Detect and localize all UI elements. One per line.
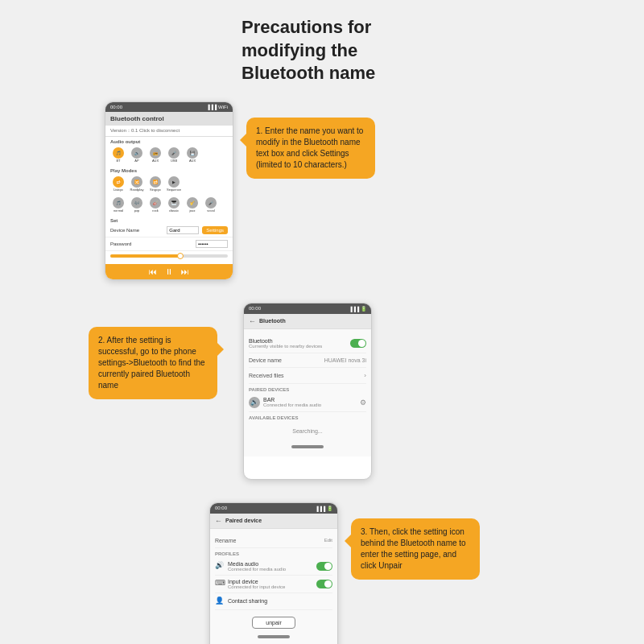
bt-icon-1[interactable]: 🎵BT [110,147,126,163]
play-mode-4[interactable]: ▶Sequence [166,176,182,192]
play-controls: ⏮ ⏸ ⏭ [105,264,233,279]
play-section-label: Play Modes [105,166,233,174]
paired-device-icon: 🔊 [249,397,260,408]
step2-callout: 2. After the setting is successful, go t… [89,327,217,399]
eq-4[interactable]: 🎹classic [166,197,182,213]
rename-label: Rename [215,538,236,543]
password-row: Password [105,237,233,251]
settings-gear-icon[interactable]: ⚙ [360,398,366,407]
paired-title-bar: ← Paired device [210,514,337,529]
eq-6[interactable]: 🎤vocal [203,197,219,213]
input-device-row: ⌨ Input device Connected for input devic… [215,576,332,593]
device-name-input[interactable] [167,226,199,234]
device-name-row-bt: Device name HUAWEI nova 3i [249,353,366,368]
received-files-row[interactable]: Received files › [249,368,366,384]
searching-text: Searching... [249,422,366,440]
play-mode-2[interactable]: 🔀Randplay [129,176,145,192]
volume-slider-section [105,251,233,264]
status-bar: 00:00 ▐▐▐ 🔋 [244,303,371,314]
available-devices-label: AVAILABLE DEVICES [249,412,366,422]
back-icon2[interactable]: ← [215,517,222,525]
settings-button[interactable]: Settings [202,226,228,234]
eq-3[interactable]: 🎸rock [147,197,163,213]
input-device-toggle[interactable] [316,580,332,588]
media-audio-toggle[interactable] [316,562,332,571]
bt-icon-2[interactable]: 🔊AP [129,147,145,163]
bluetooth-toggle-row: Bluetooth Currently visible to nearby de… [249,334,366,353]
step1-callout: 1. Enter the name you want to modify in … [246,118,375,179]
password-input[interactable] [196,240,228,248]
title-line2: modifying the Bluetooth name [242,40,375,84]
bt-icon-3[interactable]: 📻AUX [147,147,163,163]
play-mode-3[interactable]: 🔂Singcyc [147,176,163,192]
bt-header: 00:00 ▐▐▐ WiFi [105,102,233,112]
contact-info: Contact sharing [228,598,332,604]
step2-phone: 00:00 ▐▐▐ 🔋 ← Bluetooth Bluetooth Curren… [243,303,372,480]
contact-sharing-row: 👤 Contact sharing [215,593,332,610]
input-device-icon: ⌨ [215,579,225,588]
device-name-row: Device Name Settings [105,224,233,237]
paired-devices-label: PAIRED DEVICES [249,384,366,394]
play-mode-row: 🔁Listcyc 🔀Randplay 🔂Singcyc ▶Sequence [105,174,233,195]
page-container: Precautions for modifying the Bluetooth … [0,0,644,644]
audio-section-label: Audio output [105,137,233,145]
step3-phone: 00:00 ▐▐▐ 🔋 ← Paired device Rename Edit … [209,502,338,644]
step1-section: 00:00 ▐▐▐ WiFi Bluetooth control Version… [24,101,620,280]
play-mode-1[interactable]: 🔁Listcyc [110,176,126,192]
bt-icon-5[interactable]: 💾AUX [184,147,200,163]
paired-device-body: Rename Edit PROFILES 🔊 Media audio Conne… [210,529,337,644]
set-section-label: Set [105,216,233,224]
next-button[interactable]: ⏭ [181,267,189,276]
page-title: Precautions for modifying the Bluetooth … [242,16,427,85]
bluetooth-title-bar: ← Bluetooth [244,314,371,329]
status-bar2: 00:00 ▐▐▐ 🔋 [210,503,337,514]
prev-button[interactable]: ⏮ [149,267,157,276]
contact-icon: 👤 [215,597,225,606]
eq-1[interactable]: 🎵normal [110,197,126,213]
bluetooth-toggle[interactable] [350,339,366,348]
title-line1: Precautions for [242,17,371,37]
paired-device-info: BAR Connected for media audio [263,397,357,407]
volume-slider[interactable] [110,254,228,258]
profiles-label: PROFILES [215,548,332,558]
rename-row[interactable]: Rename Edit [215,534,332,548]
media-audio-icon: 🔊 [215,561,225,571]
eq-5[interactable]: 🎷jazz [184,197,200,213]
bt-icon-4[interactable]: 🎤USB [166,147,182,163]
step1-phone: 00:00 ▐▐▐ WiFi Bluetooth control Version… [105,101,233,280]
bt-title-bar: Bluetooth control [105,112,233,126]
home-indicator3 [258,635,290,638]
unpair-button[interactable]: unpair [252,617,295,629]
bluetooth-screen-body: Bluetooth Currently visible to nearby de… [244,329,371,456]
home-indicator [291,445,324,448]
media-audio-row: 🔊 Media audio Connected for media audio [215,558,332,576]
media-audio-info: Media audio Connected for media audio [228,561,313,572]
audio-icon-row: 🎵BT 🔊AP 📻AUX 🎤USB 💾AUX [105,145,233,166]
paired-device-title: Paired device [225,518,262,523]
bluetooth-title: Bluetooth [259,318,286,324]
play-pause-button[interactable]: ⏸ [165,267,173,276]
bt-version: Version：0.1 Click to disconnect [105,126,233,137]
paired-device-row: 🔊 BAR Connected for media audio ⚙ [249,394,366,412]
step3-callout: 3. Then, click the setting icon behind t… [351,518,480,580]
step2-section: 2. After the setting is successful, go t… [24,303,620,480]
step3-section: 00:00 ▐▐▐ 🔋 ← Paired device Rename Edit … [24,502,620,644]
eq-2[interactable]: 🎶pop [129,197,145,213]
back-icon[interactable]: ← [249,317,256,325]
input-device-info: Input device Connected for input device [228,579,313,589]
eq-row: 🎵normal 🎶pop 🎸rock 🎹classic 🎷jazz 🎤vocal [105,195,233,216]
